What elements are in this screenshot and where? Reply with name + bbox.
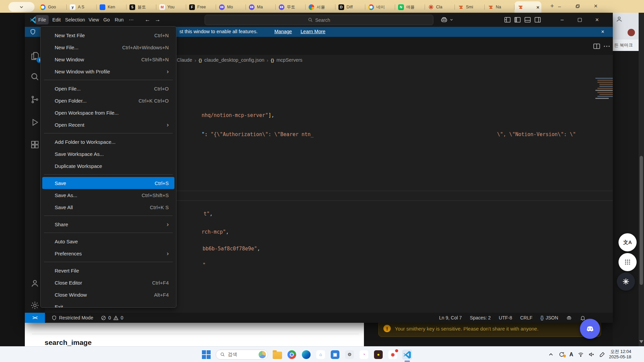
taskbar-start-button[interactable] [201,350,211,360]
menu-item-preferences[interactable]: Preferences› [41,247,176,259]
browser-tab[interactable]: 5블토 [126,1,156,13]
status-language-mode[interactable]: {}JSON [537,313,561,323]
status-cursor-position[interactable]: Ln 9, Col 7 [436,313,465,323]
vscode-close-button[interactable]: × [590,14,604,25]
menubar-item-selection[interactable]: Selection [62,15,88,24]
menu-item-open-recent[interactable]: Open Recent› [41,119,176,131]
toggle-sidebar-icon[interactable] [514,16,521,23]
browser-tab[interactable]: Mo [216,1,246,13]
menu-item-save[interactable]: SaveCtrl+S [42,177,174,189]
activity-search[interactable] [29,70,41,83]
avatar[interactable] [628,29,635,36]
menu-item-open-workspace-from-file[interactable]: Open Workspace from File... [41,107,176,119]
tray-chevron-up[interactable] [548,351,554,358]
profile-icon[interactable] [615,15,623,23]
menu-item-new-window-with-profile[interactable]: New Window with Profile› [41,65,176,77]
status-encoding[interactable]: UTF-8 [496,313,515,323]
tray-volume-muted[interactable] [588,351,595,358]
menu-item-add-folder-to-workspace[interactable]: Add Folder to Workspace... [41,136,176,148]
remote-indicator[interactable]: >< [25,313,45,323]
assistant-button[interactable] [617,273,635,291]
taskbar-kakaotalk[interactable]: ● [373,350,383,360]
status-eol[interactable]: CRLF [517,313,536,323]
tray-ime[interactable]: A [569,352,573,358]
banner-close-button[interactable]: × [599,28,606,36]
activity-explorer[interactable]: 1 [29,50,41,62]
more-actions-icon[interactable] [603,42,611,50]
menu-item-exit[interactable]: Exit [41,301,176,308]
menubar-item-run[interactable]: Run [112,15,126,24]
status-copilot-status[interactable] [563,313,575,323]
banner-learn-more-link[interactable]: Learn More [301,29,325,34]
taskbar-edge[interactable] [301,350,311,360]
tab-search-button[interactable] [8,2,35,12]
browser-close-button[interactable]: × [589,1,602,11]
minimap[interactable] [594,78,613,158]
nav-forward-button[interactable]: → [153,15,162,24]
browser-tab[interactable]: Cla [425,1,455,13]
vscode-titlebar[interactable]: FileEditSelectionViewGoRun⋯ ← → Search –… [25,13,613,27]
activity-run-debug[interactable] [29,116,41,129]
taskbar-file-explorer[interactable] [272,350,282,360]
browser-tab[interactable]: yA S [67,1,97,13]
browser-tab[interactable]: Smi [455,1,485,13]
search-box[interactable]: 검색 [216,350,268,360]
activity-extensions[interactable] [29,138,41,151]
browser-tab[interactable]: DDiff [335,1,365,13]
browser-tab[interactable]: N애플 [395,1,425,13]
banner-manage-link[interactable]: Manage [274,29,292,34]
browser-tab-active[interactable]: × [515,1,541,13]
menu-item-share[interactable]: Share› [41,218,176,230]
menubar-item-go[interactable]: Go [101,15,112,24]
browser-tab[interactable]: Ken [97,1,126,13]
breadcrumb-item-claude-desktop-config-json[interactable]: claude_desktop_config.json [204,57,264,63]
browser-restore-button[interactable] [571,1,584,11]
browser-tab[interactable]: Goo [37,1,67,13]
menu-item-save-workspace-as[interactable]: Save Workspace As... [41,148,176,160]
discord-button[interactable] [580,319,600,339]
command-center-search[interactable]: Search [205,15,433,25]
status-problems[interactable]: 00 [98,313,126,323]
menubar-item-edit[interactable]: Edit [50,15,63,24]
browser-tab[interactable]: FFree [186,1,216,13]
menu-item-close-editor[interactable]: Close EditorCtrl+F4 [41,277,176,289]
scroll-down-arrow-icon[interactable] [639,340,643,343]
browser-minimize-button[interactable]: – [553,1,566,11]
apps-grid-button[interactable] [619,253,637,271]
vscode-restore-button[interactable] [572,14,587,25]
taskbar-paint[interactable]: ◔ [359,350,369,360]
taskbar-settings[interactable]: ⚙ [344,350,355,360]
taskbar-store[interactable]: ⌂ [316,350,326,360]
tab-close-button[interactable]: × [536,4,539,10]
menu-item-new-text-file[interactable]: New Text FileCtrl+N [41,29,176,41]
toggle-panel-icon[interactable] [524,16,531,23]
taskbar-chrome[interactable] [287,350,297,360]
menubar-item-view[interactable]: View [86,15,102,24]
menu-item-duplicate-workspace[interactable]: Duplicate Workspace [41,160,176,172]
status-restricted-mode[interactable]: Restricted Mode [48,313,96,323]
activity-source-control[interactable] [29,93,41,106]
translate-button[interactable]: 文A [619,233,637,251]
page-scrollbar[interactable] [639,13,644,346]
tray-pen[interactable] [599,351,605,358]
activity-settings[interactable] [29,299,41,312]
taskbar-photos[interactable]: ▣ [330,350,340,360]
copilot-button[interactable] [440,15,453,24]
menu-item-new-file[interactable]: New File...Ctrl+Alt+Windows+N [41,41,176,53]
menu-item-open-file[interactable]: Open File...Ctrl+O [41,82,176,95]
menu-item-auto-save[interactable]: Auto Save [41,235,176,247]
menu-item-open-folder[interactable]: Open Folder...Ctrl+K Ctrl+O [41,95,176,107]
browser-tab[interactable]: 서울 [306,1,335,13]
tray-wifi[interactable] [578,351,584,358]
split-editor-icon[interactable] [593,42,601,50]
status-indentation[interactable]: Spaces: 2 [467,313,494,323]
breadcrumb-item-mcpservers[interactable]: mcpServers [276,57,302,63]
browser-tab[interactable]: 무토 [276,1,306,13]
nav-back-button[interactable]: ← [143,15,152,24]
menu-item-revert-file[interactable]: Revert File [41,264,176,277]
menu-item-save-as[interactable]: Save As...Ctrl+Shift+S [41,189,176,201]
menu-item-close-window[interactable]: Close WindowAlt+F4 [41,289,176,301]
menubar-item-file[interactable]: File [36,15,49,24]
menu-item-new-window[interactable]: New WindowCtrl+Shift+N [41,53,176,65]
menu-item-save-all[interactable]: Save AllCtrl+K S [41,201,176,213]
